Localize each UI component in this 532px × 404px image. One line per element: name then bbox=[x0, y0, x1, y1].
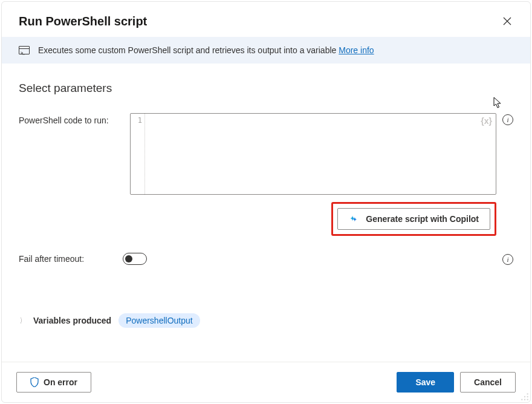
info-icon[interactable]: i bbox=[502, 254, 513, 265]
cancel-button[interactable]: Cancel bbox=[460, 372, 516, 393]
code-gutter: 1 bbox=[131, 114, 145, 194]
svg-point-3 bbox=[524, 396, 525, 397]
save-button[interactable]: Save bbox=[397, 372, 454, 393]
dialog-header: Run PowerShell script bbox=[2, 2, 530, 37]
on-error-button[interactable]: On error bbox=[16, 372, 91, 393]
label-fail-after-timeout: Fail after timeout: bbox=[19, 254, 123, 264]
close-icon bbox=[503, 17, 511, 25]
svg-point-4 bbox=[527, 396, 528, 397]
label-powershell-code: PowerShell code to run: bbox=[19, 113, 123, 125]
svg-point-6 bbox=[524, 399, 525, 400]
svg-point-5 bbox=[521, 399, 522, 400]
close-button[interactable] bbox=[499, 13, 516, 30]
generate-script-copilot-button[interactable]: Generate script with Copilot bbox=[337, 208, 490, 230]
code-input[interactable] bbox=[145, 114, 496, 194]
code-editor[interactable]: 1 {x} bbox=[130, 113, 496, 195]
section-heading: Select parameters bbox=[19, 82, 513, 95]
label-variables-produced[interactable]: Variables produced bbox=[33, 316, 111, 325]
row-fail-after-timeout: Fail after timeout: i bbox=[19, 253, 513, 265]
banner-description: Executes some custom PowerShell script a… bbox=[38, 45, 336, 55]
copilot-button-label: Generate script with Copilot bbox=[366, 214, 479, 224]
row-variables-produced: 〉 Variables produced PowershellOutput bbox=[19, 313, 513, 328]
on-error-label: On error bbox=[44, 377, 77, 387]
info-icon[interactable]: i bbox=[502, 114, 513, 125]
svg-point-2 bbox=[527, 393, 528, 394]
shield-icon bbox=[30, 377, 39, 387]
resize-grip-icon[interactable] bbox=[521, 393, 529, 401]
banner-text: Executes some custom PowerShell script a… bbox=[38, 45, 374, 55]
dialog-content: Select parameters PowerShell code to run… bbox=[2, 64, 530, 362]
copilot-icon bbox=[349, 213, 360, 224]
terminal-icon bbox=[19, 46, 30, 54]
dialog-run-powershell-script: Run PowerShell script Executes some cust… bbox=[1, 1, 531, 403]
toggle-fail-after-timeout[interactable] bbox=[123, 253, 147, 265]
copilot-highlight-box: Generate script with Copilot bbox=[331, 202, 496, 236]
dialog-title: Run PowerShell script bbox=[19, 15, 147, 28]
more-info-link[interactable]: More info bbox=[339, 45, 374, 55]
dialog-footer: On error Save Cancel bbox=[2, 362, 530, 402]
svg-point-7 bbox=[527, 399, 528, 400]
row-powershell-code: PowerShell code to run: 1 {x} i bbox=[19, 113, 513, 195]
variable-pill-powershell-output[interactable]: PowershellOutput bbox=[118, 313, 200, 328]
insert-variable-icon[interactable]: {x} bbox=[481, 116, 492, 126]
info-banner: Executes some custom PowerShell script a… bbox=[2, 37, 530, 64]
chevron-right-icon[interactable]: 〉 bbox=[20, 316, 25, 326]
